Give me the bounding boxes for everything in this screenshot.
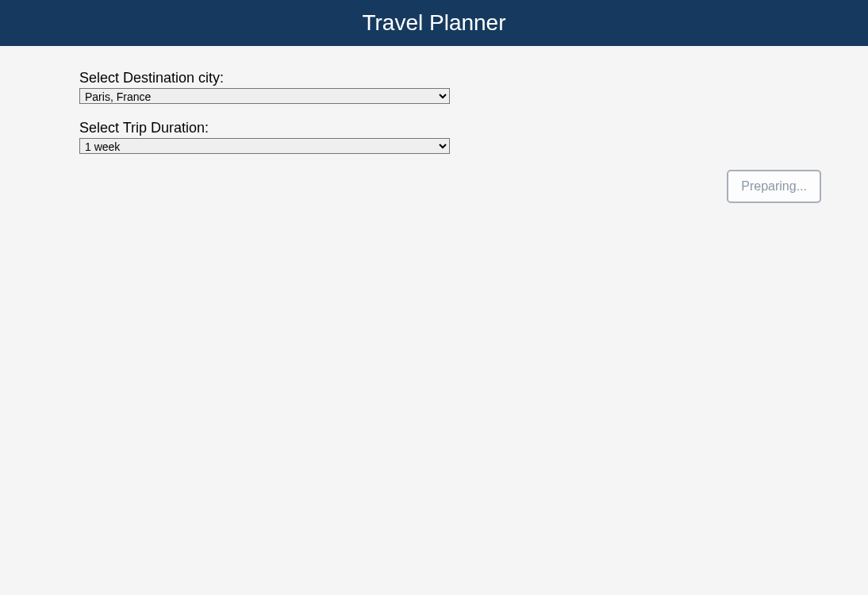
duration-form-group: Select Trip Duration: 1 week — [79, 120, 450, 154]
app-title: Travel Planner — [362, 10, 505, 35]
main-content: Select Destination city: Paris, France S… — [0, 46, 868, 227]
destination-select[interactable]: Paris, France — [79, 88, 450, 104]
app-header: Travel Planner — [0, 0, 868, 46]
duration-select[interactable]: 1 week — [79, 138, 450, 154]
destination-label: Select Destination city: — [79, 70, 450, 86]
button-container: Preparing... — [79, 170, 821, 203]
duration-label: Select Trip Duration: — [79, 120, 450, 136]
destination-form-group: Select Destination city: Paris, France — [79, 70, 450, 104]
preparing-button[interactable]: Preparing... — [727, 170, 821, 203]
